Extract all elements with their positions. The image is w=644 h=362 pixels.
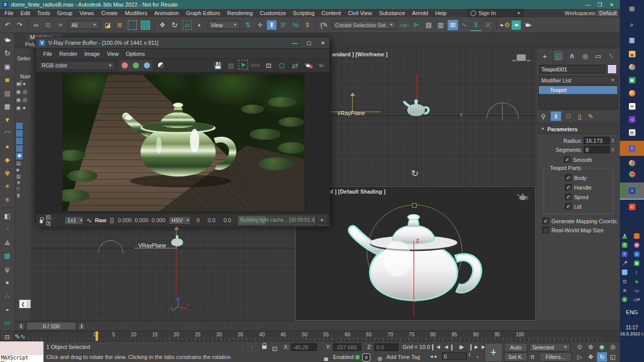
go-to-start-icon[interactable]: ❙◄ <box>431 342 441 351</box>
explorer-scrollbar[interactable]: ❮ ❯ <box>19 300 31 308</box>
menu-substance[interactable]: Substance <box>375 9 409 17</box>
vray-sun-icon[interactable]: ☀ <box>2 181 13 192</box>
ref-coord-dropdown[interactable]: View ▼ <box>208 21 240 29</box>
edit-named-selections-icon[interactable]: {✎ <box>318 20 330 31</box>
vfb-half-res-icon[interactable]: 50% <box>250 60 261 71</box>
next-frame-icon[interactable]: ❙► <box>469 342 479 351</box>
field-of-view-icon[interactable]: ▷ <box>575 352 585 361</box>
play-icon[interactable]: ► <box>457 342 467 351</box>
gmail-icon[interactable]: M <box>629 103 635 110</box>
dome-light-gizmo[interactable] <box>98 240 123 253</box>
vray-palette-icon[interactable]: ◒ <box>2 304 13 315</box>
vray-light-icon[interactable]: ▼ <box>2 114 13 125</box>
vfb-fit-window-icon[interactable]: ⊡ <box>263 60 274 71</box>
corona-app-icon[interactable]: C <box>629 204 635 210</box>
create-selection-set-dropdown[interactable]: Create Selection Set ▼ <box>332 21 396 29</box>
align-icon[interactable]: ⊫ <box>411 20 422 31</box>
teams-icon[interactable]: T <box>620 141 644 156</box>
vfb-menu-options[interactable]: Options <box>122 50 148 58</box>
vray-teapot-icon[interactable] <box>2 34 13 45</box>
vfb-green-channel-icon[interactable] <box>130 60 141 71</box>
mini-curve-editor-icon[interactable]: ⊟ <box>2 332 12 342</box>
explorer-filter-icon[interactable]: ◉ <box>16 153 23 159</box>
menu-help[interactable]: Help <box>432 9 450 17</box>
enabled-badge[interactable]: 0 <box>362 353 370 361</box>
tab-utilities-icon[interactable]: ⟍ <box>606 50 617 61</box>
rotate-icon[interactable]: ↻ <box>169 20 180 31</box>
vray-sky-icon[interactable]: ✳ <box>2 194 13 205</box>
vray-sphere-icon[interactable]: ◔ <box>2 224 13 235</box>
set-key-button[interactable]: Set K. <box>504 352 527 361</box>
antivirus-tray-icon[interactable]: ✿ <box>634 242 639 248</box>
menu-arnold[interactable]: Arnold <box>409 9 432 17</box>
tab-hierarchy-icon[interactable]: ⋔ <box>567 50 578 61</box>
teams-tray-icon[interactable]: T <box>622 251 627 257</box>
select-link-icon[interactable]: ∞ <box>31 20 42 31</box>
current-frame-marker[interactable] <box>96 331 98 341</box>
volume-muted-icon[interactable]: ◁✕ <box>634 297 639 302</box>
display-tray-icon[interactable]: ▣ <box>634 260 639 266</box>
key-mode-icon[interactable]: ◔ <box>473 351 481 362</box>
selection-lock-icon[interactable] <box>262 345 267 349</box>
render-production-icon[interactable] <box>522 20 533 31</box>
menu-edit[interactable]: Edit <box>17 9 34 17</box>
vray-denoiser-icon[interactable]: ∴ <box>2 290 13 301</box>
shield-icon[interactable]: ◙ <box>322 353 330 362</box>
slider-next-icon[interactable]: ❯ <box>77 322 86 330</box>
menu-graph-editors[interactable]: Graph Editors <box>183 9 224 17</box>
vfb-alpha-channel-icon[interactable] <box>155 60 167 71</box>
time-slider-handle[interactable]: 0 / 100 <box>26 322 76 330</box>
segments-field[interactable]: 8 <box>584 146 610 153</box>
visual-studio-icon[interactable]: ◁ <box>629 116 635 123</box>
move-icon[interactable]: ✥ <box>157 20 168 31</box>
teapot-wireframe-top[interactable] <box>399 98 433 120</box>
scroll-left-icon[interactable]: ❮ <box>20 302 27 307</box>
eset-tray-icon[interactable]: e <box>622 297 627 302</box>
viewcube-teapot-icon[interactable] <box>516 193 530 202</box>
pan-icon[interactable]: ✥ <box>586 352 596 361</box>
vfb-refresh-icon[interactable]: ⇄ <box>289 60 300 71</box>
viewcube-collapsed-icon[interactable] <box>517 54 526 61</box>
angle-snap-icon[interactable]: 3² <box>278 20 289 31</box>
modifier-list-dropdown[interactable]: Modifier List ▼ <box>538 76 618 84</box>
mcg-icon[interactable]: ⤫ <box>482 20 494 31</box>
remove-modifier-icon[interactable]: ▯ <box>576 111 584 122</box>
select-manipulate-icon[interactable]: ✛ <box>255 20 266 31</box>
track-key-icon[interactable]: ✎∿ <box>15 332 25 341</box>
filters-button[interactable]: Filters... <box>539 352 572 361</box>
vray-mesh-light-icon[interactable]: ◆ <box>2 154 13 165</box>
task-view-icon[interactable]: ▦ <box>626 34 637 45</box>
crossing-region-icon[interactable] <box>141 21 150 30</box>
vfb-blue-channel-icon[interactable] <box>141 60 152 71</box>
spinner-snap-icon[interactable]: ⇕ <box>302 20 313 31</box>
pi-controller-icon[interactable]: π <box>530 353 534 360</box>
tab-create-icon[interactable]: + <box>539 50 550 61</box>
vfb-log-icon[interactable]: ≡ <box>318 216 326 225</box>
mirror-icon[interactable]: ◅▻ <box>399 20 410 31</box>
vfb-zoom-dropdown[interactable]: 1x1 ▼ <box>64 216 84 225</box>
explorer-filter-icon[interactable] <box>16 145 23 152</box>
placement-icon[interactable]: ◐ <box>194 20 205 31</box>
chrome-profile-icon[interactable] <box>629 160 635 166</box>
explorer-filter-icon[interactable] <box>16 130 23 137</box>
vfb-region-render-icon[interactable]: ➤ <box>238 60 248 69</box>
use-center-icon[interactable]: ⇅ <box>243 20 254 31</box>
menu-views[interactable]: Views <box>76 9 98 17</box>
smooth-checkbox[interactable]: ✓ <box>564 156 571 163</box>
parameters-rollout-header[interactable]: ▼ Parameters <box>538 124 618 134</box>
key-filter-dropdown[interactable]: Selected▼ <box>529 343 571 351</box>
maxscript-mini-listener[interactable]: MAXScript Mini <box>0 341 44 362</box>
spout-checkbox[interactable]: ✓ <box>565 194 572 200</box>
percent-snap-icon[interactable]: % <box>290 20 301 31</box>
scale-icon[interactable]: ▱ <box>183 21 192 30</box>
vray-proxy-icon[interactable]: ◧ <box>2 210 13 221</box>
undo-icon[interactable]: ↶ <box>2 20 13 31</box>
wifi-tray-icon[interactable]: ≋ <box>622 288 627 293</box>
3dsmax-taskbar-icon[interactable]: 3 <box>620 183 644 200</box>
tab-display-icon[interactable]: ▭ <box>593 50 604 61</box>
zoom-all-icon[interactable]: ⊕ <box>586 342 596 351</box>
show-end-result-icon[interactable]: ‖ <box>550 111 561 121</box>
vray-fur-icon[interactable]: ψ <box>2 263 13 275</box>
zoom-extents-icon[interactable]: ◉ <box>597 342 607 351</box>
start-button[interactable]: ⊞ <box>626 3 637 14</box>
